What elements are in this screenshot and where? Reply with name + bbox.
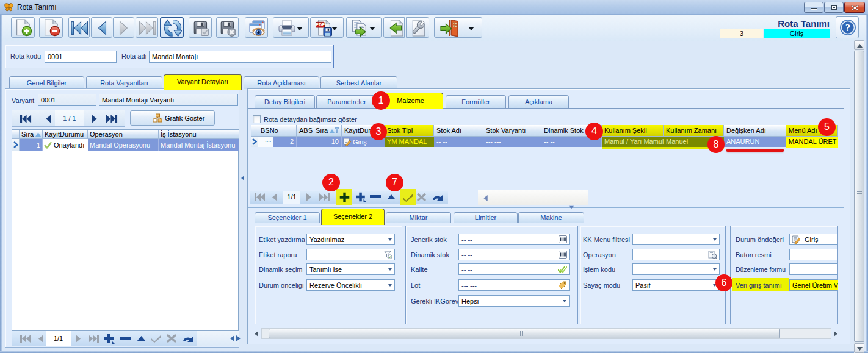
- svg-text:?: ?: [845, 22, 851, 34]
- svg-text:PDF: PDF: [316, 22, 325, 27]
